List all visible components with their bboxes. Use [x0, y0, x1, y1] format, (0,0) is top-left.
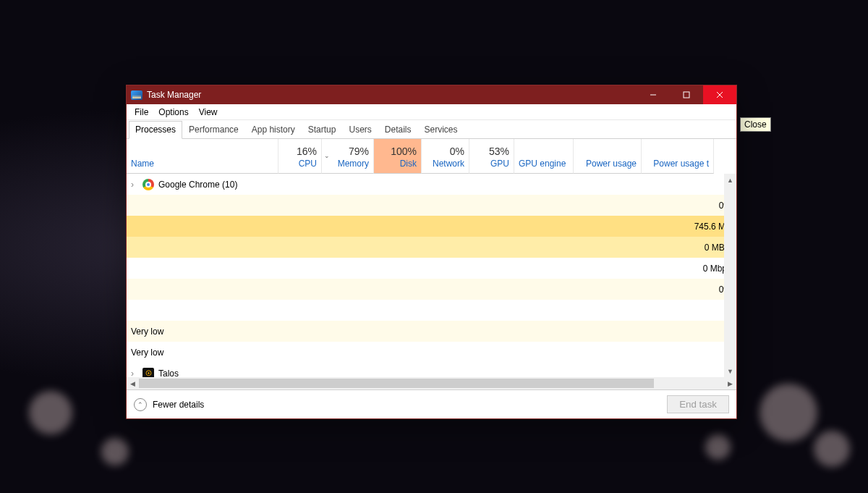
col-gpu-engine[interactable]: GPU engine — [514, 139, 574, 174]
expand-chevron-icon[interactable]: › — [131, 180, 138, 190]
tab-app-history[interactable]: App history — [245, 121, 302, 139]
process-name: Talos — [158, 368, 179, 378]
chrome-icon — [142, 179, 154, 190]
maximize-button[interactable] — [670, 85, 703, 104]
col-memory[interactable]: ⌄79%Memory — [322, 139, 374, 174]
tab-users[interactable]: Users — [342, 121, 378, 139]
gpu-cell: 0% — [127, 279, 736, 300]
scroll-up-icon[interactable]: ▲ — [724, 174, 736, 186]
minimize-button[interactable] — [637, 85, 670, 104]
disk-cell: 0 MB/s — [127, 237, 736, 258]
col-name[interactable]: Name — [127, 139, 278, 174]
scroll-down-icon[interactable]: ▼ — [724, 365, 736, 377]
tab-bar: Processes Performance App history Startu… — [127, 120, 736, 139]
task-manager-window: Task Manager File Options View Processes… — [126, 85, 737, 419]
end-task-button[interactable]: End task — [667, 395, 729, 413]
fewer-details-link[interactable]: Fewer details — [153, 400, 204, 410]
col-network[interactable]: 0%Network — [422, 139, 469, 174]
fewer-details-chevron-icon[interactable]: ⌃ — [134, 398, 147, 411]
tab-performance[interactable]: Performance — [182, 121, 245, 139]
tab-details[interactable]: Details — [378, 121, 418, 139]
vertical-scrollbar[interactable]: ▲ ▼ — [724, 174, 736, 377]
memory-cell: 745.6 MB — [127, 216, 736, 237]
expand-chevron-icon[interactable]: › — [131, 368, 138, 378]
process-name-cell[interactable]: ›Google Chrome (10) — [127, 174, 736, 195]
power-trend-cell: Very low — [127, 342, 736, 363]
scroll-left-icon[interactable]: ◀ — [127, 377, 139, 389]
gpu-engine-cell — [127, 300, 736, 321]
col-power[interactable]: Power usage — [574, 139, 642, 174]
talos-icon: ☉ — [142, 368, 154, 378]
col-gpu[interactable]: 53%GPU — [469, 139, 514, 174]
process-table: Name 16%CPU ⌄79%Memory 100%Disk 0%Networ… — [127, 139, 736, 377]
close-button[interactable] — [703, 85, 736, 104]
app-icon — [131, 90, 142, 100]
process-name-cell[interactable]: ›☉Talos — [127, 363, 736, 377]
cpu-cell: 0% — [127, 195, 736, 216]
col-power-trend[interactable]: Power usage t — [642, 139, 714, 174]
tab-startup[interactable]: Startup — [302, 121, 343, 139]
column-headers: Name 16%CPU ⌄79%Memory 100%Disk 0%Networ… — [127, 139, 736, 174]
sort-chevron-icon: ⌄ — [324, 152, 330, 159]
tab-processes[interactable]: Processes — [129, 121, 182, 139]
footer-bar: ⌃ Fewer details End task — [127, 389, 736, 418]
menu-options[interactable]: Options — [153, 105, 193, 119]
svg-rect-1 — [684, 92, 689, 98]
menu-view[interactable]: View — [194, 105, 223, 119]
menu-bar: File Options View — [127, 104, 736, 120]
power-cell: Very low — [127, 321, 736, 342]
titlebar[interactable]: Task Manager — [127, 85, 736, 104]
tab-services[interactable]: Services — [418, 121, 464, 139]
close-tooltip: Close — [740, 117, 771, 132]
scroll-right-icon[interactable]: ▶ — [724, 377, 736, 389]
process-name: Google Chrome (10) — [158, 180, 237, 190]
menu-file[interactable]: File — [129, 105, 153, 119]
col-cpu[interactable]: 16%CPU — [278, 139, 322, 174]
col-disk[interactable]: 100%Disk — [374, 139, 422, 174]
network-cell: 0 Mbps — [127, 258, 736, 279]
hscroll-thumb[interactable] — [139, 379, 654, 388]
horizontal-scrollbar[interactable]: ◀ ▶ — [127, 377, 736, 389]
window-title: Task Manager — [147, 90, 201, 100]
